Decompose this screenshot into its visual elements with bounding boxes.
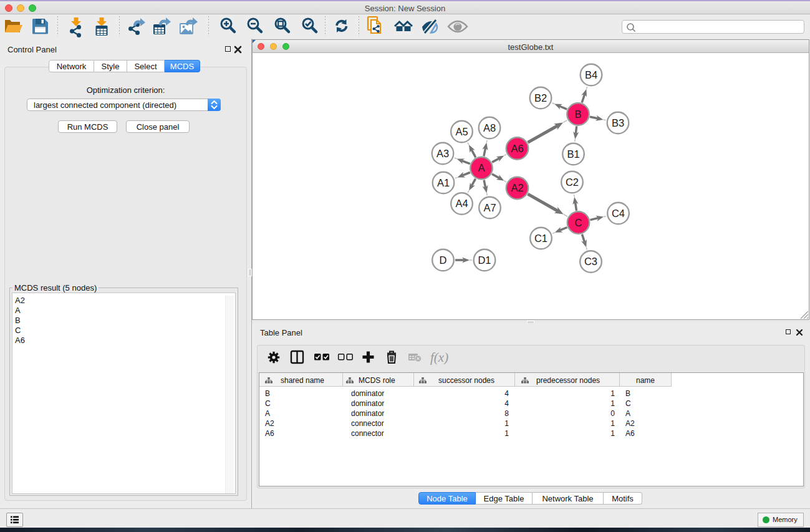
svg-text:A5: A5 bbox=[455, 126, 468, 137]
svg-text:B3: B3 bbox=[612, 117, 624, 128]
svg-text:B4: B4 bbox=[585, 69, 597, 80]
svg-text:A7: A7 bbox=[483, 202, 496, 213]
svg-text:B: B bbox=[574, 109, 581, 120]
svg-text:A8: A8 bbox=[483, 122, 496, 133]
svg-text:C: C bbox=[575, 217, 582, 228]
svg-text:A: A bbox=[478, 162, 485, 173]
svg-text:A4: A4 bbox=[455, 198, 468, 209]
svg-text:D1: D1 bbox=[478, 254, 491, 266]
svg-text:B2: B2 bbox=[534, 92, 547, 104]
svg-text:C1: C1 bbox=[534, 233, 547, 244]
svg-text:A6: A6 bbox=[511, 143, 523, 154]
svg-text:B1: B1 bbox=[567, 148, 579, 160]
svg-text:A3: A3 bbox=[436, 148, 449, 159]
svg-text:C3: C3 bbox=[584, 256, 597, 267]
svg-text:A1: A1 bbox=[437, 177, 450, 188]
svg-text:A2: A2 bbox=[511, 182, 523, 193]
svg-text:C2: C2 bbox=[566, 177, 579, 188]
svg-text:f(x): f(x) bbox=[430, 350, 448, 365]
svg-text:D: D bbox=[440, 254, 447, 266]
svg-text:C4: C4 bbox=[612, 208, 625, 219]
